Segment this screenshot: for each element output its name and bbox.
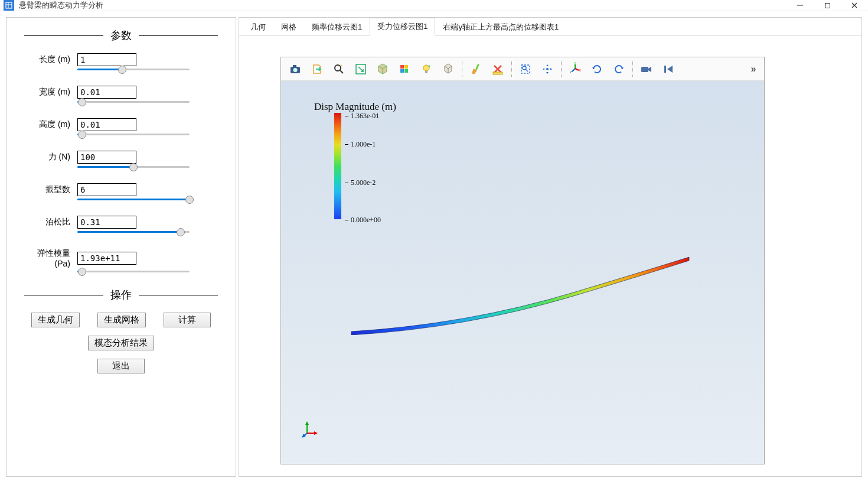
param-row: 泊松比 <box>24 216 218 233</box>
generate-mesh-button[interactable]: 生成网格 <box>97 313 146 327</box>
svg-rect-4 <box>293 65 296 67</box>
svg-rect-0 <box>6 2 12 8</box>
svg-text:X: X <box>579 69 581 72</box>
legend-tick: 0.000e+00 <box>345 216 381 225</box>
skip-prev-icon[interactable] <box>658 59 679 79</box>
svg-point-6 <box>335 65 341 71</box>
legend-title: Disp Magnitude (m) <box>314 101 396 113</box>
param-row: 宽度 (m) <box>24 86 218 103</box>
param-input[interactable] <box>77 118 136 131</box>
param-row: 力 (N) <box>24 151 218 168</box>
svg-point-12 <box>423 65 429 71</box>
zoom-auto-icon[interactable] <box>328 59 350 79</box>
generate-geometry-button[interactable]: 生成几何 <box>31 313 80 327</box>
window-select-icon[interactable] <box>350 59 371 79</box>
exit-button[interactable]: 退出 <box>97 359 145 373</box>
tab-bar: 几何网格频率位移云图1受力位移云图1右端y轴正上方最高点的位移图表1 <box>239 18 862 35</box>
modal-results-button[interactable]: 模态分析结果 <box>88 336 154 350</box>
svg-marker-25 <box>305 421 309 425</box>
svg-rect-10 <box>400 69 404 73</box>
export-icon[interactable] <box>306 59 328 79</box>
param-row: 弹性模量 (Pa) <box>24 248 218 272</box>
cube-icon[interactable] <box>372 59 393 79</box>
param-slider[interactable] <box>24 199 190 200</box>
svg-rect-14 <box>475 64 479 70</box>
param-label: 弹性模量 (Pa) <box>24 248 77 268</box>
param-slider[interactable] <box>24 271 190 272</box>
viewport-3d[interactable]: Disp Magnitude (m) 1.363e-011.000e-15.00… <box>281 81 764 464</box>
deformed-beam-plot <box>349 252 691 335</box>
svg-marker-27 <box>314 431 318 435</box>
close-button[interactable] <box>841 0 868 11</box>
param-slider[interactable] <box>24 231 190 233</box>
toolbar-separator <box>511 61 512 77</box>
pan-icon[interactable] <box>537 59 558 79</box>
tab[interactable]: 几何 <box>243 18 273 35</box>
color-legend-bar <box>334 113 341 219</box>
video-camera-icon[interactable] <box>636 59 657 79</box>
toolbar-overflow-button[interactable]: » <box>746 59 761 79</box>
lightbulb-icon[interactable] <box>416 59 437 79</box>
param-label: 力 (N) <box>24 152 77 162</box>
param-label: 宽度 (m) <box>24 87 77 98</box>
param-label: 长度 (m) <box>24 54 77 65</box>
window-title: 悬臂梁的瞬态动力学分析 <box>19 0 787 11</box>
ops-header: 操作 <box>24 288 218 302</box>
svg-rect-8 <box>400 65 404 69</box>
tab[interactable]: 受力位移云图1 <box>370 18 435 35</box>
param-row: 高度 (m) <box>24 118 218 135</box>
select-rect-icon[interactable] <box>515 59 536 79</box>
param-slider[interactable] <box>24 101 190 103</box>
param-input[interactable] <box>77 151 136 164</box>
param-row: 长度 (m) <box>24 53 218 70</box>
params-header: 参数 <box>24 28 218 43</box>
svg-point-18 <box>546 68 549 70</box>
svg-rect-2 <box>825 3 830 8</box>
sidebar-panel: 参数 长度 (m) 宽度 (m) 高度 (m) <box>6 17 236 477</box>
svg-point-5 <box>293 68 298 72</box>
svg-rect-9 <box>404 65 408 69</box>
paintbrush-icon[interactable] <box>465 59 487 79</box>
legend-tick: 1.363e-01 <box>345 112 379 121</box>
svg-text:Y: Y <box>574 62 576 65</box>
orient-icon[interactable]: YXZ <box>564 59 586 79</box>
param-slider[interactable] <box>24 134 190 135</box>
axes-icon[interactable] <box>438 59 459 79</box>
compute-button[interactable]: 计算 <box>164 313 211 327</box>
param-slider[interactable] <box>24 166 190 168</box>
tab[interactable]: 右端y轴正上方最高点的位移图表1 <box>435 18 566 35</box>
param-input[interactable] <box>77 86 136 99</box>
svg-rect-15 <box>493 72 502 74</box>
svg-rect-23 <box>664 66 666 73</box>
param-row: 振型数 <box>24 183 218 200</box>
minimize-button[interactable] <box>787 0 814 11</box>
param-label: 泊松比 <box>24 217 77 228</box>
rotate-ccw-icon[interactable] <box>586 59 608 79</box>
toolbar-separator <box>632 61 633 77</box>
axis-triad-icon <box>301 420 319 438</box>
camera-icon[interactable] <box>285 59 306 79</box>
tab[interactable]: 频率位移云图1 <box>304 18 370 35</box>
svg-rect-22 <box>641 67 648 72</box>
viewer-frame: YXZ» Disp Magnitude (m) 1.363e-011.000e-… <box>280 57 765 464</box>
legend-tick: 5.000e-2 <box>345 178 376 187</box>
param-label: 振型数 <box>24 184 77 195</box>
color-cube-icon[interactable] <box>394 59 415 79</box>
svg-rect-11 <box>404 69 408 73</box>
param-slider[interactable] <box>24 69 190 70</box>
main-panel: 几何网格频率位移云图1受力位移云图1右端y轴正上方最高点的位移图表1 YXZ» … <box>239 17 862 477</box>
svg-text:Z: Z <box>570 70 572 74</box>
svg-rect-13 <box>425 71 428 73</box>
rotate-cw-icon[interactable] <box>608 59 629 79</box>
param-input[interactable] <box>77 252 136 265</box>
app-icon <box>4 0 14 11</box>
toolbar-separator <box>561 61 562 77</box>
titlebar: 悬臂梁的瞬态动力学分析 <box>0 0 868 11</box>
x-ruler-icon[interactable] <box>487 59 508 79</box>
tab[interactable]: 网格 <box>273 18 304 35</box>
param-input[interactable] <box>77 183 136 196</box>
maximize-button[interactable] <box>814 0 841 11</box>
viewer-toolbar: YXZ» <box>281 57 764 81</box>
param-input[interactable] <box>77 216 136 229</box>
param-input[interactable] <box>77 53 136 66</box>
